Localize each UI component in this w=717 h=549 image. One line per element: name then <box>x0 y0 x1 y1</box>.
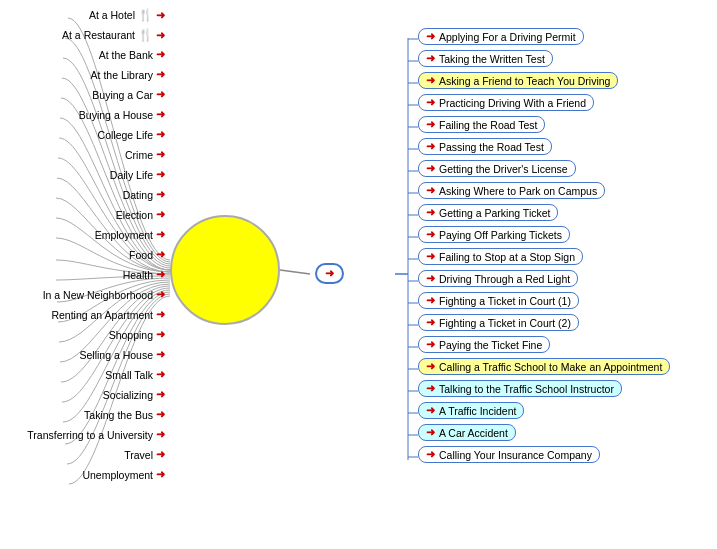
right-item-r18[interactable]: ➜A Traffic Incident <box>418 402 524 419</box>
arrow-icon: ➜ <box>426 118 435 131</box>
right-item-r14[interactable]: ➜Fighting a Ticket in Court (2) <box>418 314 579 331</box>
arrow-icon: ➜ <box>426 30 435 43</box>
left-item-l20[interactable]: Socializing➜ <box>0 388 165 401</box>
arrow-icon: ➜ <box>426 338 435 351</box>
left-item-l24[interactable]: Unemployment➜ <box>0 468 165 481</box>
right-item-r16[interactable]: ➜Calling a Traffic School to Make an App… <box>418 358 670 375</box>
arrow-icon: ➜ <box>426 272 435 285</box>
item-label: Applying For a Driving Permit <box>439 31 576 43</box>
right-item-r8[interactable]: ➜Asking Where to Park on Campus <box>418 182 605 199</box>
arrow-icon: ➜ <box>426 74 435 87</box>
left-item-l21[interactable]: Taking the Bus➜ <box>0 408 165 421</box>
left-arrow-icon: ➜ <box>156 348 165 361</box>
right-item-r6[interactable]: ➜Passing the Road Test <box>418 138 552 155</box>
left-arrow-icon: ➜ <box>156 388 165 401</box>
driving-node[interactable]: ➜ <box>315 263 344 284</box>
left-item-l14[interactable]: Health➜ <box>0 268 165 281</box>
arrow-icon: ➜ <box>426 250 435 263</box>
left-arrow-icon: ➜ <box>156 268 165 281</box>
right-item-r20[interactable]: ➜Calling Your Insurance Company <box>418 446 600 463</box>
right-item-r13[interactable]: ➜Fighting a Ticket in Court (1) <box>418 292 579 309</box>
left-item-l7[interactable]: College Life➜ <box>0 128 165 141</box>
item-label: Fighting a Ticket in Court (2) <box>439 317 571 329</box>
left-item-l8[interactable]: Crime➜ <box>0 148 165 161</box>
right-item-r11[interactable]: ➜Failing to Stop at a Stop Sign <box>418 248 583 265</box>
svg-line-0 <box>280 270 310 274</box>
item-label: Asking a Friend to Teach You Driving <box>439 75 610 87</box>
left-label: Food <box>129 249 153 261</box>
left-label: Taking the Bus <box>84 409 153 421</box>
right-item-r1[interactable]: ➜Applying For a Driving Permit <box>418 28 584 45</box>
right-item-r15[interactable]: ➜Paying the Ticket Fine <box>418 336 550 353</box>
item-label: A Traffic Incident <box>439 405 516 417</box>
item-label: Paying the Ticket Fine <box>439 339 542 351</box>
left-item-l9[interactable]: Daily Life➜ <box>0 168 165 181</box>
arrow-icon: ➜ <box>426 96 435 109</box>
left-item-l13[interactable]: Food➜ <box>0 248 165 261</box>
left-item-l23[interactable]: Travel➜ <box>0 448 165 461</box>
item-label: Fighting a Ticket in Court (1) <box>439 295 571 307</box>
item-label: Practicing Driving With a Friend <box>439 97 586 109</box>
left-item-l6[interactable]: Buying a House➜ <box>0 108 165 121</box>
left-item-l3[interactable]: At the Bank➜ <box>0 48 165 61</box>
arrow-icon: ➜ <box>426 294 435 307</box>
right-item-r2[interactable]: ➜Taking the Written Test <box>418 50 553 67</box>
left-label: In a New Neighborhood <box>43 289 153 301</box>
center-node[interactable] <box>170 215 280 325</box>
right-item-r4[interactable]: ➜Practicing Driving With a Friend <box>418 94 594 111</box>
arrow-icon: ➜ <box>426 206 435 219</box>
arrow-icon: ➜ <box>426 140 435 153</box>
left-item-l12[interactable]: Employment➜ <box>0 228 165 241</box>
left-item-l10[interactable]: Dating➜ <box>0 188 165 201</box>
left-label: Renting an Apartment <box>51 309 153 321</box>
left-label: Crime <box>125 149 153 161</box>
item-label: Driving Through a Red Light <box>439 273 570 285</box>
left-arrow-icon: ➜ <box>156 448 165 461</box>
left-item-l19[interactable]: Small Talk➜ <box>0 368 165 381</box>
item-label: Getting the Driver's License <box>439 163 568 175</box>
arrow-icon: ➜ <box>426 448 435 461</box>
left-label: At a Hotel <box>89 9 135 21</box>
left-arrow-icon: ➜ <box>156 428 165 441</box>
arrow-icon: ➜ <box>426 52 435 65</box>
left-item-l4[interactable]: At the Library➜ <box>0 68 165 81</box>
item-label: Taking the Written Test <box>439 53 545 65</box>
left-arrow-icon: ➜ <box>156 328 165 341</box>
right-item-r9[interactable]: ➜Getting a Parking Ticket <box>418 204 558 221</box>
left-item-l22[interactable]: Transferring to a University➜ <box>0 428 165 441</box>
right-item-r5[interactable]: ➜Failing the Road Test <box>418 116 545 133</box>
left-arrow-icon: ➜ <box>156 408 165 421</box>
item-label: Passing the Road Test <box>439 141 544 153</box>
right-item-r7[interactable]: ➜Getting the Driver's License <box>418 160 576 177</box>
left-arrow-icon: ➜ <box>156 188 165 201</box>
right-item-r3[interactable]: ➜Asking a Friend to Teach You Driving <box>418 72 618 89</box>
right-item-r17[interactable]: ➜Talking to the Traffic School Instructo… <box>418 380 622 397</box>
left-item-l2[interactable]: At a Restaurant🍴➜ <box>0 28 165 42</box>
left-label: Health <box>123 269 153 281</box>
arrow-icon: ➜ <box>426 316 435 329</box>
left-arrow-icon: ➜ <box>156 208 165 221</box>
left-item-l15[interactable]: In a New Neighborhood➜ <box>0 288 165 301</box>
left-arrow-icon: ➜ <box>156 228 165 241</box>
left-arrow-icon: ➜ <box>156 288 165 301</box>
item-label: Calling a Traffic School to Make an Appo… <box>439 361 662 373</box>
arrow-icon: ➜ <box>426 162 435 175</box>
item-label: Failing to Stop at a Stop Sign <box>439 251 575 263</box>
left-item-l11[interactable]: Election➜ <box>0 208 165 221</box>
right-item-r19[interactable]: ➜A Car Accident <box>418 424 516 441</box>
left-item-l5[interactable]: Buying a Car➜ <box>0 88 165 101</box>
left-item-l16[interactable]: Renting an Apartment➜ <box>0 308 165 321</box>
left-label: Socializing <box>103 389 153 401</box>
item-label: Calling Your Insurance Company <box>439 449 592 461</box>
arrow-icon: ➜ <box>426 426 435 439</box>
right-item-r10[interactable]: ➜Paying Off Parking Tickets <box>418 226 570 243</box>
left-label: Buying a House <box>79 109 153 121</box>
left-arrow-icon: ➜ <box>156 29 165 42</box>
mindmap-container: ➜ ➜Applying For a Driving Permit➜Taking … <box>0 0 717 549</box>
left-arrow-icon: ➜ <box>156 9 165 22</box>
left-item-l17[interactable]: Shopping➜ <box>0 328 165 341</box>
left-item-l18[interactable]: Selling a House➜ <box>0 348 165 361</box>
left-label: Small Talk <box>105 369 153 381</box>
right-item-r12[interactable]: ➜Driving Through a Red Light <box>418 270 578 287</box>
left-item-l1[interactable]: At a Hotel🍴➜ <box>0 8 165 22</box>
